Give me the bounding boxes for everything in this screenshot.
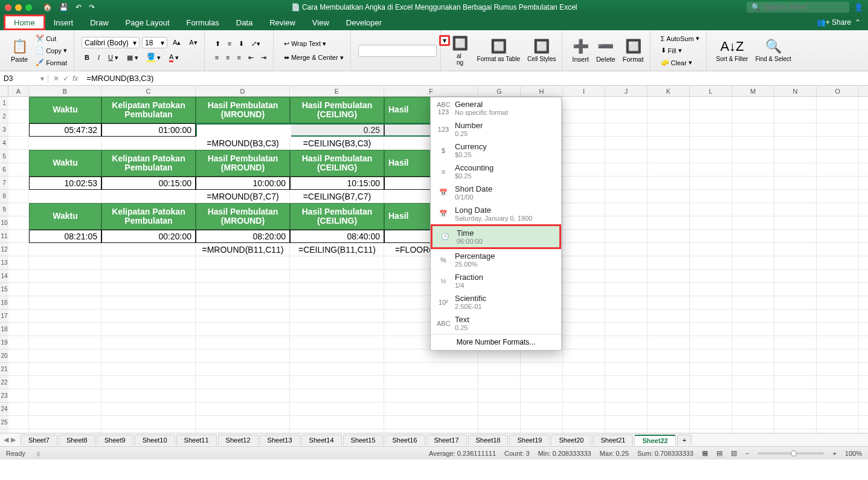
format-painter-button[interactable]: 🖌️ Format [33, 57, 70, 68]
header-ceiling[interactable]: Hasil Pembulatan (CEILING) [290, 203, 384, 230]
view-pagebreak-icon[interactable]: ▧ [731, 449, 737, 457]
sheet-tab-sheet10[interactable]: Sheet10 [135, 435, 175, 446]
window-controls[interactable] [5, 4, 32, 11]
col-header-L[interactable]: L [690, 86, 732, 96]
row-header-6[interactable]: 6 [0, 163, 8, 177]
zoom-slider[interactable] [757, 452, 824, 455]
formula-e12[interactable]: =CEILING(B11,C11) [290, 243, 384, 256]
number-format-dropdown[interactable]: ABC 123GeneralNo specific format123Numbe… [430, 97, 562, 351]
font-name-combo[interactable]: Calibri (Body)▾ [82, 37, 140, 48]
col-header-G[interactable]: G [478, 86, 521, 96]
view-normal-icon[interactable]: ▦ [702, 449, 708, 457]
header-kelipatan[interactable]: Kelipatan Patokan Pembulatan [101, 150, 196, 177]
col-header-C[interactable]: C [101, 86, 196, 96]
border-button[interactable]: ▦ ▾ [124, 51, 141, 64]
save-icon[interactable]: 💾 [59, 3, 68, 11]
find-select-button[interactable]: 🔍Find & Select [753, 37, 793, 63]
header-kelipatan[interactable]: Kelipatan Patokan Pembulatan [101, 203, 196, 230]
formula-input[interactable]: =MROUND(B3,C3) [83, 74, 868, 83]
cell-e3[interactable]: 0.25 [290, 123, 384, 137]
sheet-tab-sheet22[interactable]: Sheet22 [634, 435, 675, 446]
row-header-23[interactable]: 23 [0, 389, 8, 403]
sheet-tab-sheet12[interactable]: Sheet12 [218, 435, 259, 446]
row-header-11[interactable]: 11 [0, 230, 8, 243]
clear-button[interactable]: 🧽 Clear ▾ [658, 57, 702, 68]
cell-c3[interactable]: 01:00:00 [101, 123, 196, 137]
row-header-25[interactable]: 25 [0, 416, 8, 429]
header-kelipatan[interactable]: Kelipatan Patokan Pembulatan [101, 97, 196, 123]
number-format-dropdown-icon[interactable]: ▾ [439, 35, 450, 46]
row-header-4[interactable]: 4 [0, 137, 8, 150]
col-header-D[interactable]: D [196, 86, 290, 96]
merge-center-button[interactable]: ⬌ Merge & Center ▾ [281, 52, 347, 63]
home-icon[interactable]: 🏠 [43, 3, 52, 11]
tab-home[interactable]: Home [4, 15, 45, 30]
row-header-10[interactable]: 10 [0, 216, 8, 230]
col-header-I[interactable]: I [563, 86, 605, 96]
sheet-tab-sheet19[interactable]: Sheet19 [509, 435, 550, 446]
spreadsheet[interactable]: ABCDEFGHIJKLMNO 123456789101112131415161… [0, 86, 868, 433]
maximize-icon[interactable] [25, 4, 32, 11]
insert-cells-button[interactable]: ➕Insert [570, 37, 591, 64]
header-waktu[interactable]: Waktu [29, 150, 101, 177]
decrease-font-icon[interactable]: A▾ [186, 37, 200, 48]
tab-page-layout[interactable]: Page Layout [117, 15, 178, 30]
formula-e8[interactable]: =CEILING(B7,C7) [290, 190, 384, 203]
row-header-9[interactable]: 9 [0, 203, 8, 216]
row-header-8[interactable]: 8 [0, 190, 8, 203]
row-header-12[interactable]: 12 [0, 243, 8, 256]
col-header-H[interactable]: H [521, 86, 563, 96]
row-header-26[interactable]: 26 [0, 429, 8, 433]
cell-d3[interactable]: 0.25 [196, 123, 290, 137]
sheet-tab-sheet8[interactable]: Sheet8 [59, 435, 95, 446]
number-format-accounting[interactable]: ≡Accounting$0.25 [431, 161, 561, 182]
tab-review[interactable]: Review [261, 15, 304, 30]
fill-button[interactable]: ⬇ Fill ▾ [658, 45, 702, 56]
cell-b11[interactable]: 08:21:05 [29, 230, 101, 243]
cell-b3[interactable]: 05:47:32 [29, 123, 101, 137]
number-format-short-date[interactable]: 📅Short Date0/1/00 [431, 182, 561, 203]
formula-d8[interactable]: =MROUND(B7,C7) [196, 190, 290, 203]
align-bottom-icon[interactable]: ⬇ [236, 38, 247, 50]
number-format-text[interactable]: ABCText0.25 [431, 313, 561, 334]
wrap-text-button[interactable]: ↩ Wrap Text ▾ [281, 38, 347, 50]
cut-button[interactable]: ✂️ Cut [33, 33, 70, 44]
col-header-O[interactable]: O [817, 86, 859, 96]
col-header-K[interactable]: K [648, 86, 690, 96]
row-header-5[interactable]: 5 [0, 150, 8, 163]
conditional-formatting-button[interactable]: 🔲alng [448, 34, 472, 67]
underline-button[interactable]: U ▾ [105, 51, 121, 64]
cell-styles-button[interactable]: 🔲Cell Styles [525, 37, 558, 63]
align-right-icon[interactable]: ≡ [234, 52, 244, 63]
format-cells-button[interactable]: 🔲Format [620, 37, 646, 64]
col-header-E[interactable]: E [290, 86, 384, 96]
row-header-22[interactable]: 22 [0, 376, 8, 389]
more-number-formats[interactable]: More Number Formats... [431, 334, 561, 350]
header-mround[interactable]: Hasil Pembulatan (MROUND) [196, 150, 290, 177]
sheet-tab-sheet15[interactable]: Sheet15 [343, 435, 384, 446]
header-mround[interactable]: Hasil Pembulatan (MROUND) [196, 97, 290, 123]
align-middle-icon[interactable]: ≡ [225, 38, 234, 50]
col-header-B[interactable]: B [29, 86, 101, 96]
sheet-tab-sheet14[interactable]: Sheet14 [301, 435, 342, 446]
orientation-icon[interactable]: ⤢▾ [248, 38, 263, 50]
row-header-17[interactable]: 17 [0, 310, 8, 323]
sheet-tab-sheet9[interactable]: Sheet9 [97, 435, 133, 446]
zoom-in-icon[interactable]: + [832, 450, 836, 457]
delete-cells-button[interactable]: ➖Delete [594, 37, 618, 64]
cancel-formula-icon[interactable]: ✕ [53, 74, 59, 83]
cell-d7[interactable]: 10:00:00 [196, 177, 290, 190]
sheet-tab-sheet18[interactable]: Sheet18 [468, 435, 509, 446]
sort-filter-button[interactable]: A↓ZSort & Filter [714, 37, 751, 63]
decrease-indent-icon[interactable]: ⇤ [245, 52, 257, 63]
header-waktu[interactable]: Waktu [29, 203, 101, 230]
tab-insert[interactable]: Insert [45, 15, 82, 30]
close-icon[interactable] [5, 4, 11, 11]
col-header-A[interactable]: A [8, 86, 29, 96]
cell-e7[interactable]: 10:15:00 [290, 177, 384, 190]
tab-view[interactable]: View [304, 15, 338, 30]
tab-developer[interactable]: Developer [338, 15, 390, 30]
name-box[interactable]: D3▾ [0, 74, 48, 83]
tab-formulas[interactable]: Formulas [178, 15, 228, 30]
number-format-percentage[interactable]: %Percentage25.00% [431, 249, 561, 270]
